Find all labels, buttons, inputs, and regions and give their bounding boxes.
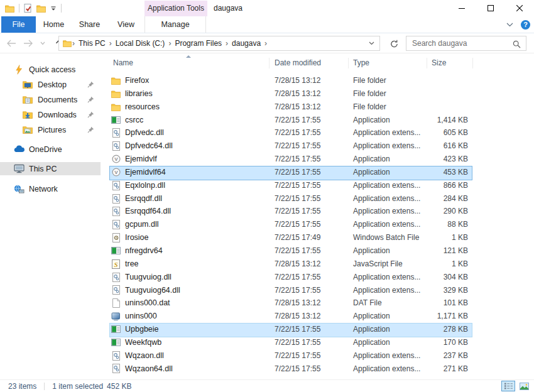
file-row[interactable]: csrcc7/22/15 17:55Application1,414 KB	[101, 114, 534, 127]
sidebar-item-desktop[interactable]: Desktop	[0, 78, 101, 91]
breadcrumb-separator-icon[interactable]: ›	[264, 39, 268, 48]
sidebar-item-quick-access[interactable]: Quick access	[0, 63, 101, 76]
column-header-type[interactable]: Type	[353, 55, 369, 71]
file-row[interactable]: Tuugvuiog.dll7/22/15 17:55Application ex…	[101, 271, 534, 284]
file-row[interactable]: Firefox7/28/15 13:12File folder	[101, 74, 534, 87]
breadcrumb-item[interactable]: Local Disk (C:)	[112, 36, 168, 50]
file-row[interactable]: gcpum.dll7/22/15 17:55Application extens…	[101, 218, 534, 231]
file-name: Wqzaon64.dll	[125, 362, 173, 376]
breadcrumb-item[interactable]: Program Files	[172, 36, 225, 50]
file-row[interactable]: Stree7/28/15 13:12JavaScript File1 KB	[101, 258, 534, 271]
sidebar-item-documents[interactable]: Documents	[0, 93, 101, 106]
close-icon	[516, 5, 523, 11]
address-dropdown-chevron-icon[interactable]	[369, 41, 374, 45]
navigation-buttons	[6, 33, 63, 53]
tab-view[interactable]: View	[107, 16, 144, 33]
sidebar-item-this-pc[interactable]: This PC	[0, 162, 101, 175]
js-icon: S	[111, 259, 121, 269]
qat-dropdown-button[interactable]	[50, 6, 57, 11]
window-title: daugava	[214, 0, 242, 16]
file-row[interactable]: unins000.dat7/28/15 13:12DAT File101 KB	[101, 297, 534, 310]
explorer-button[interactable]	[5, 4, 14, 13]
search-input[interactable]	[406, 36, 509, 50]
sidebar-item-label: Pictures	[38, 126, 66, 134]
file-row[interactable]: Tuugvuiog64.dll7/22/15 17:55Application …	[101, 284, 534, 297]
file-date: 7/22/15 17:55	[275, 166, 320, 179]
file-row[interactable]: nfregdrv647/22/15 17:55Application121 KB	[101, 244, 534, 258]
file-list: Name Date modified Type Size Firefox7/28…	[101, 53, 534, 379]
column-header-date-modified[interactable]: Date modified	[275, 55, 321, 71]
file-date: 7/22/15 17:55	[275, 205, 320, 218]
file-row[interactable]: Dpfvedc64.dll7/22/15 17:55Application ex…	[101, 139, 534, 153]
file-name-cell: Eqxlolnp.dll	[111, 179, 165, 192]
details-view-icon	[504, 383, 513, 389]
collapse-ribbon-icon[interactable]	[506, 23, 513, 27]
file-row[interactable]: Irosioe7/22/15 17:49Windows Batch File1 …	[101, 231, 534, 244]
file-name-cell: unins000.dat	[111, 297, 170, 310]
breadcrumb-item[interactable]: daugava	[229, 36, 264, 50]
help-icon[interactable]: ?	[521, 20, 530, 30]
search-icon[interactable]	[513, 40, 521, 51]
tab-file[interactable]: File	[1, 16, 36, 33]
forward-icon[interactable]	[23, 40, 33, 47]
file-name: libraries	[125, 87, 153, 101]
tab-share[interactable]: Share	[72, 16, 107, 33]
file-type: Application	[353, 244, 390, 258]
pin-icon	[87, 111, 94, 118]
file-size	[418, 101, 468, 114]
file-name-cell: Esrqqdf64.dll	[111, 205, 171, 218]
file-row[interactable]: Eqxlolnp.dll7/22/15 17:55Application ext…	[101, 179, 534, 192]
file-date: 7/22/15 17:55	[275, 323, 320, 336]
file-type: Application	[353, 114, 390, 127]
file-date: 7/22/15 17:55	[275, 244, 320, 258]
minimize-button[interactable]	[447, 0, 476, 16]
contextual-tab-application-tools[interactable]: Application Tools	[144, 1, 207, 16]
close-button[interactable]	[505, 0, 534, 16]
dll-icon	[111, 220, 121, 229]
file-name-cell: VEjemidvlf	[111, 153, 157, 166]
column-divider[interactable]	[427, 58, 427, 68]
file-row[interactable]: Wqzaon.dll7/22/15 17:55Application exten…	[101, 349, 534, 362]
properties-button[interactable]	[24, 4, 32, 13]
sidebar-item-onedrive[interactable]: OneDrive	[0, 143, 101, 156]
file-row[interactable]: Esrqqdf64.dll7/22/15 17:55Application ex…	[101, 205, 534, 218]
file-row[interactable]: VEjemidvlf647/22/15 17:55Application453 …	[101, 166, 534, 179]
file-name: Firefox	[125, 74, 149, 87]
file-row[interactable]: unins0007/28/15 13:12Application1,171 KB	[101, 310, 534, 323]
refresh-button[interactable]	[386, 36, 402, 51]
tab-home[interactable]: Home	[36, 16, 72, 33]
column-divider[interactable]	[269, 58, 270, 68]
file-date: 7/28/15 13:12	[275, 87, 320, 101]
back-icon[interactable]	[6, 40, 16, 47]
selection-count: 1 item selected	[52, 382, 103, 391]
recent-locations-chevron-icon[interactable]	[40, 41, 45, 45]
file-row[interactable]: Esrqqdf.dll7/22/15 17:55Application exte…	[101, 192, 534, 205]
column-header-size[interactable]: Size	[432, 55, 446, 71]
tab-manage[interactable]: Manage	[144, 16, 206, 33]
breadcrumb-item[interactable]: This PC	[75, 36, 109, 50]
sidebar-item-label: Network	[29, 185, 58, 193]
file-row[interactable]: Weekfqwb7/22/15 17:55Application170 KB	[101, 336, 534, 349]
file-size: 170 KB	[418, 336, 468, 349]
file-row[interactable]: VEjemidvlf7/22/15 17:55Application423 KB	[101, 153, 534, 166]
column-header-name[interactable]: Name	[113, 55, 133, 71]
file-row[interactable]: resources7/28/15 13:12File folder	[101, 101, 534, 114]
sidebar-item-network[interactable]: Network	[0, 182, 101, 195]
breadcrumb: ›This PC›Local Disk (C:)›Program Files›d…	[58, 36, 380, 51]
details-view-button[interactable]	[501, 381, 515, 391]
maximize-button[interactable]	[476, 0, 505, 16]
file-size: 1,414 KB	[418, 114, 468, 127]
file-row[interactable]: libraries7/28/15 13:12File folder	[101, 87, 534, 101]
large-icons-view-button[interactable]	[517, 381, 531, 391]
column-divider[interactable]	[472, 58, 473, 68]
sidebar-item-pictures[interactable]: Pictures	[0, 123, 101, 136]
column-divider[interactable]	[348, 58, 349, 68]
file-type: Application	[353, 323, 390, 336]
file-row[interactable]: Upbgbeie7/22/15 17:55Application278 KB	[101, 323, 534, 336]
file-row[interactable]: Dpfvedc.dll7/22/15 17:55Application exte…	[101, 126, 534, 139]
file-row[interactable]: Wqzaon64.dll7/22/15 17:55Application ext…	[101, 362, 534, 376]
sidebar-item-downloads[interactable]: Downloads	[0, 108, 101, 121]
file-name: Dpfvedc64.dll	[125, 139, 173, 153]
file-type: DAT File	[353, 297, 382, 310]
new-folder-button[interactable]	[36, 4, 46, 13]
